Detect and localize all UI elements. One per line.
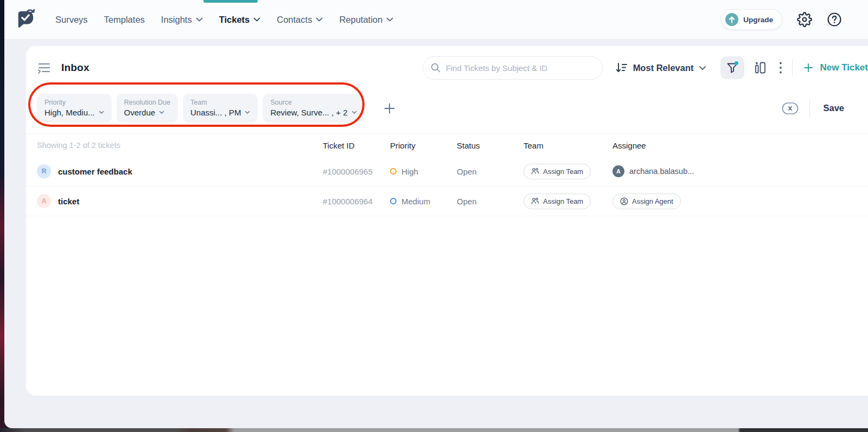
chevron-down-icon bbox=[352, 111, 357, 114]
agent-icon bbox=[620, 197, 628, 205]
assign-agent-label: Assign Agent bbox=[632, 197, 673, 205]
app-window: Surveys Templates Insights Tickets Conta… bbox=[4, 0, 868, 428]
nav-label: Contacts bbox=[277, 15, 312, 25]
nav-item-templates[interactable]: Templates bbox=[104, 15, 145, 25]
nav-item-reputation[interactable]: Reputation bbox=[339, 15, 393, 25]
ticket-search bbox=[423, 56, 603, 80]
chip-value: High, Mediu... bbox=[44, 108, 95, 117]
nav-label: Insights bbox=[161, 15, 192, 25]
filter-chip-source[interactable]: Source Review, Surve... , + 2 bbox=[263, 94, 364, 122]
status-value: Open bbox=[457, 167, 524, 176]
clear-x-icon bbox=[782, 102, 799, 115]
sort-label: Most Relevant bbox=[633, 63, 694, 73]
column-header-team: Team bbox=[524, 141, 612, 150]
search-input[interactable] bbox=[423, 56, 603, 80]
status-value: Open bbox=[457, 197, 524, 206]
ticket-id: #1000006964 bbox=[323, 197, 390, 206]
chevron-down-icon bbox=[99, 111, 104, 114]
table-row[interactable]: R customer feedback #1000006965 High Ope… bbox=[26, 157, 868, 186]
customize-columns-button[interactable] bbox=[754, 61, 767, 75]
filter-chip-priority[interactable]: Priority High, Mediu... bbox=[37, 94, 112, 122]
nav-item-contacts[interactable]: Contacts bbox=[277, 15, 323, 25]
kebab-menu-icon bbox=[779, 61, 782, 74]
assign-agent-button[interactable]: Assign Agent bbox=[612, 194, 681, 209]
team-icon bbox=[531, 197, 539, 205]
ticket-subject: customer feedback bbox=[58, 167, 132, 176]
chip-value: Review, Surve... , + 2 bbox=[270, 108, 347, 117]
help-icon[interactable] bbox=[827, 12, 842, 27]
team-icon bbox=[531, 167, 539, 175]
chip-label: Team bbox=[190, 99, 250, 106]
assign-team-button[interactable]: Assign Team bbox=[524, 194, 591, 209]
new-ticket-label: New Ticket bbox=[820, 62, 868, 73]
ticket-avatar: R bbox=[37, 164, 51, 178]
nav-right-actions: Upgrade bbox=[721, 9, 842, 30]
column-header-ticket-id: Ticket ID bbox=[323, 141, 390, 150]
sort-dropdown[interactable]: Most Relevant bbox=[616, 62, 707, 73]
top-navigation: Surveys Templates Insights Tickets Conta… bbox=[4, 0, 868, 39]
nav-label: Tickets bbox=[219, 15, 250, 25]
chip-value: Unassi... , PM bbox=[190, 108, 241, 117]
chevron-down-icon bbox=[253, 17, 260, 22]
sidebar-toggle-icon[interactable] bbox=[37, 61, 52, 74]
chip-value: Overdue bbox=[124, 108, 156, 117]
chip-label: Source bbox=[270, 99, 356, 106]
new-ticket-button[interactable]: New Ticket bbox=[803, 62, 868, 73]
ticket-id: #1000006965 bbox=[323, 167, 390, 176]
nav-items: Surveys Templates Insights Tickets Conta… bbox=[55, 15, 393, 25]
columns-icon bbox=[754, 61, 767, 75]
gear-icon[interactable] bbox=[797, 12, 812, 27]
active-tab-indicator bbox=[203, 0, 258, 3]
surveysparrow-logo-icon[interactable] bbox=[15, 9, 36, 30]
chevron-down-icon bbox=[699, 66, 706, 70]
chip-label: Resolution Due bbox=[124, 99, 170, 106]
table-header: Showing 1-2 of 2 tickets Ticket ID Prior… bbox=[26, 134, 868, 157]
chevron-down-icon bbox=[245, 111, 250, 114]
header-divider bbox=[792, 59, 793, 76]
chevron-down-icon bbox=[316, 17, 323, 22]
filter-chip-resolution-due[interactable]: Resolution Due Overdue bbox=[117, 94, 178, 122]
tickets-count-summary: Showing 1-2 of 2 tickets bbox=[35, 141, 323, 150]
clear-filters-button[interactable] bbox=[782, 102, 799, 115]
priority-value: High bbox=[401, 167, 418, 176]
column-header-priority: Priority bbox=[390, 141, 457, 150]
column-header-assignee: Assignee bbox=[612, 141, 868, 150]
filter-bar: Priority High, Mediu... Resolution Due O… bbox=[26, 89, 868, 134]
priority-value: Medium bbox=[401, 197, 430, 206]
assign-team-label: Assign Team bbox=[543, 167, 583, 176]
chip-label: Priority bbox=[44, 99, 104, 106]
chevron-down-icon bbox=[196, 17, 203, 22]
plus-icon bbox=[384, 102, 395, 114]
chevron-down-icon bbox=[159, 111, 164, 114]
assign-team-button[interactable]: Assign Team bbox=[524, 164, 591, 179]
nav-item-tickets[interactable]: Tickets bbox=[219, 15, 261, 25]
nav-item-insights[interactable]: Insights bbox=[161, 15, 203, 25]
ticket-subject: ticket bbox=[58, 197, 79, 206]
chevron-down-icon bbox=[386, 17, 393, 22]
assignee-name: archana.balasub... bbox=[629, 167, 694, 176]
upgrade-label: Upgrade bbox=[743, 16, 773, 24]
filter-button[interactable] bbox=[720, 56, 744, 79]
assignee-avatar: A bbox=[612, 165, 624, 177]
priority-medium-icon bbox=[390, 198, 397, 204]
filter-actions: Save bbox=[782, 100, 844, 117]
nav-label: Reputation bbox=[339, 15, 382, 25]
add-filter-button[interactable] bbox=[384, 102, 395, 114]
table-row[interactable]: A ticket #1000006964 Medium Open Assign … bbox=[26, 186, 868, 216]
more-options-button[interactable] bbox=[779, 61, 782, 74]
nav-label: Templates bbox=[104, 15, 145, 25]
priority-high-icon bbox=[390, 168, 397, 175]
upgrade-arrow-icon bbox=[725, 13, 738, 26]
filter-divider bbox=[809, 100, 810, 117]
save-filters-button[interactable]: Save bbox=[823, 103, 844, 113]
sort-icon bbox=[616, 62, 628, 73]
horizontal-scrollbar[interactable] bbox=[0, 428, 868, 432]
filter-chip-team[interactable]: Team Unassi... , PM bbox=[183, 94, 258, 122]
upgrade-button[interactable]: Upgrade bbox=[721, 9, 782, 30]
nav-label: Surveys bbox=[55, 15, 88, 25]
ticket-avatar: A bbox=[37, 194, 51, 208]
assign-team-label: Assign Team bbox=[543, 197, 583, 205]
nav-item-surveys[interactable]: Surveys bbox=[55, 15, 88, 25]
column-header-status: Status bbox=[457, 141, 524, 150]
plus-icon bbox=[803, 63, 813, 73]
